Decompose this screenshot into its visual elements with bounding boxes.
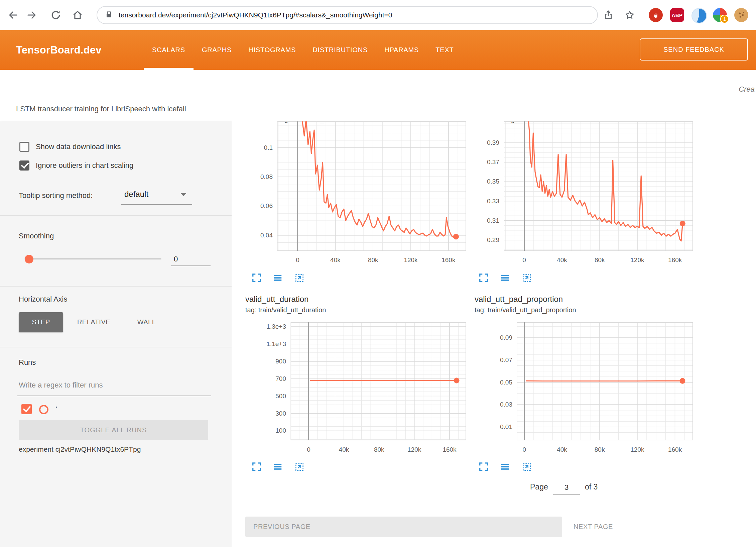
run-checkbox[interactable]: [21, 404, 32, 414]
show-download-label: Show data download links: [36, 142, 121, 151]
fit-domain-button[interactable]: [294, 272, 305, 284]
expand-chart-button[interactable]: [478, 461, 489, 472]
share-icon[interactable]: [599, 6, 617, 24]
svg-text:0: 0: [296, 256, 299, 263]
runs-filter-underline: [17, 396, 211, 396]
tab-text[interactable]: TEXT: [427, 30, 462, 70]
abp-label: ABP: [671, 12, 682, 18]
chart-title: valid_utt_duration: [245, 295, 308, 304]
expand-chart-button[interactable]: [251, 272, 262, 284]
svg-text:0.35: 0.35: [487, 178, 499, 185]
clipped-right-text: Crea: [739, 85, 755, 94]
smoothing-value-input[interactable]: 0: [171, 255, 211, 266]
adblock-extension-icon[interactable]: [649, 8, 663, 22]
runs-list-button[interactable]: [499, 461, 511, 472]
tab-distributions[interactable]: DISTRIBUTIONS: [304, 30, 376, 70]
svg-text:0.31: 0.31: [487, 217, 499, 224]
tab-histograms[interactable]: HISTOGRAMS: [240, 30, 304, 70]
svg-text:80k: 80k: [368, 256, 378, 263]
blue-extension-icon[interactable]: [691, 8, 707, 23]
sidebar-divider: [0, 347, 232, 347]
fit-domain-icon: [294, 273, 304, 283]
send-feedback-button[interactable]: SEND FEEDBACK: [640, 38, 748, 61]
runs-list-button[interactable]: [499, 272, 511, 284]
abp-extension-icon[interactable]: ABP: [670, 8, 684, 22]
svg-text:0.39: 0.39: [487, 139, 499, 146]
fit-domain-button[interactable]: [521, 272, 532, 284]
fit-domain-icon: [522, 273, 532, 283]
runs-list-button[interactable]: [272, 272, 283, 284]
expand-chart-button[interactable]: [478, 272, 489, 284]
lines-icon: [273, 462, 283, 472]
smoothing-slider-thumb[interactable]: [25, 255, 33, 263]
brand-logo[interactable]: TensorBoard.dev: [16, 30, 102, 70]
home-icon[interactable]: [69, 6, 87, 24]
ignore-outliers-checkbox[interactable]: [19, 160, 29, 171]
expand-chart-button[interactable]: [251, 461, 262, 472]
back-icon[interactable]: [4, 6, 22, 24]
next-page-button[interactable]: NEXT PAGE: [574, 517, 647, 537]
runs-list-button[interactable]: [272, 461, 283, 472]
tab-hparams[interactable]: HPARAMS: [376, 30, 427, 70]
line-chart[interactable]: 0.040.060.080.1040k80k120k160k: [249, 121, 466, 267]
runs-filter-input[interactable]: Write a regex to filter runs: [19, 381, 103, 390]
tooltip-sorting-label: Tooltip sorting method:: [19, 191, 93, 200]
toggle-all-runs-button[interactable]: TOGGLE ALL RUNS: [19, 420, 208, 440]
expand-icon: [252, 462, 262, 472]
svg-text:900: 900: [275, 358, 286, 365]
ignore-outliers-label: Ignore outliers in chart scaling: [36, 161, 133, 170]
svg-text:40k: 40k: [330, 256, 341, 263]
reload-icon[interactable]: [47, 6, 65, 24]
previous-page-button[interactable]: PREVIOUS PAGE: [245, 517, 562, 537]
runs-section-label: Runs: [19, 358, 36, 367]
url-text[interactable]: tensorboard.dev/experiment/cj2vtPiwQHKN9…: [119, 11, 392, 19]
charts-panel: tag: train/valid_… tag: train/valid_… 0.…: [232, 121, 756, 547]
svg-text:160k: 160k: [442, 256, 456, 263]
axis-step-button[interactable]: STEP: [19, 312, 63, 332]
page-number-input[interactable]: 3: [553, 483, 580, 495]
settings-sidebar: Show data download links Ignore outliers…: [0, 121, 232, 547]
tooltip-sorting-underline: [121, 204, 192, 205]
axis-wall-button[interactable]: WALL: [124, 312, 169, 332]
svg-text:0.03: 0.03: [500, 401, 512, 408]
expand-icon: [479, 462, 489, 472]
svg-text:40k: 40k: [557, 256, 567, 263]
horizontal-axis-label: Horizontal Axis: [19, 295, 68, 304]
fit-domain-button[interactable]: [294, 461, 305, 472]
bookmark-star-icon[interactable]: [621, 6, 639, 24]
fit-domain-icon: [522, 462, 532, 472]
profile-avatar[interactable]: 1: [713, 8, 727, 22]
app-header: TensorBoard.dev SCALARS GRAPHS HISTOGRAM…: [0, 30, 756, 70]
svg-text:0.1: 0.1: [264, 144, 273, 151]
chart-subtitle: tag: train/valid_utt_duration: [245, 306, 326, 314]
cookie-extension-icon[interactable]: [734, 8, 748, 22]
svg-text:80k: 80k: [374, 446, 384, 453]
line-chart[interactable]: 0.010.030.050.070.09040k80k120k160k: [482, 322, 693, 456]
svg-text:0.06: 0.06: [260, 202, 273, 209]
line-chart[interactable]: 0.290.310.330.350.370.39040k80k120k160k: [475, 121, 693, 267]
forward-icon[interactable]: [23, 6, 41, 24]
tab-graphs[interactable]: GRAPHS: [194, 30, 240, 70]
chevron-down-icon[interactable]: [180, 193, 186, 196]
svg-text:0.07: 0.07: [500, 356, 512, 363]
show-download-checkbox[interactable]: [19, 142, 29, 152]
smoothing-label: Smoothing: [19, 232, 54, 240]
svg-text:0.37: 0.37: [487, 158, 499, 166]
fit-domain-button[interactable]: [521, 461, 532, 472]
lock-icon[interactable]: [105, 10, 113, 20]
run-name-label: .: [55, 400, 57, 410]
extension-badge: 1: [720, 15, 729, 23]
svg-text:0: 0: [522, 256, 526, 263]
url-bar[interactable]: tensorboard.dev/experiment/cj2vtPiwQHKN9…: [97, 6, 598, 24]
expand-icon: [252, 273, 262, 283]
nav-tabs: SCALARS GRAPHS HISTOGRAMS DISTRIBUTIONS …: [144, 30, 462, 70]
svg-text:0.33: 0.33: [487, 198, 499, 205]
axis-relative-button[interactable]: RELATIVE: [63, 312, 124, 332]
line-chart[interactable]: 1003005007009001.1e+31.3e+3040k80k120k16…: [255, 322, 466, 456]
svg-text:160k: 160k: [668, 256, 682, 263]
lines-icon: [500, 273, 510, 283]
tooltip-sorting-select[interactable]: default: [124, 190, 148, 199]
svg-text:500: 500: [275, 393, 286, 400]
tab-scalars[interactable]: SCALARS: [144, 30, 194, 70]
smoothing-slider-track[interactable]: [24, 258, 161, 259]
